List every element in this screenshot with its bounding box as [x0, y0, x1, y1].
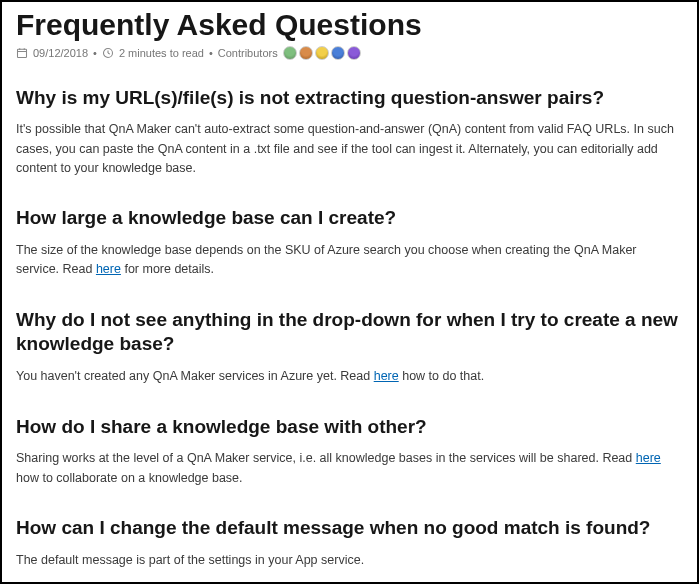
svg-rect-0 [18, 49, 27, 57]
article-date: 09/12/2018 [33, 47, 88, 59]
answer-text: Sharing works at the level of a QnA Make… [16, 451, 636, 465]
answer-text: for more details. [121, 262, 214, 276]
meta-separator: • [209, 47, 213, 59]
contributors-avatars [283, 46, 361, 60]
faq-bullet: Go to the your App service resource in t… [46, 578, 683, 584]
faq-answer: The size of the knowledge base depends o… [16, 241, 683, 280]
contributor-avatar[interactable] [283, 46, 297, 60]
contributors-label: Contributors [218, 47, 278, 59]
calendar-icon [16, 47, 28, 59]
answer-text: how to collaborate on a knowledge base. [16, 471, 243, 485]
contributor-avatar[interactable] [331, 46, 345, 60]
faq-question: Why do I not see anything in the drop-do… [16, 308, 683, 357]
answer-text: It's possible that QnA Maker can't auto-… [16, 122, 674, 175]
faq-page: Frequently Asked Questions 09/12/2018 • … [0, 0, 699, 584]
faq-answer: You haven't created any QnA Maker servic… [16, 367, 683, 386]
faq-question: Why is my URL(s)/file(s) is not extracti… [16, 86, 683, 111]
faq-answer: It's possible that QnA Maker can't auto-… [16, 120, 683, 178]
faq-answer: The default message is part of the setti… [16, 551, 683, 570]
article-meta: 09/12/2018 • 2 minutes to read • Contrib… [16, 46, 683, 60]
faq-bullet-list: Go to the your App service resource in t… [16, 578, 683, 584]
faq-answer: Sharing works at the level of a QnA Make… [16, 449, 683, 488]
clock-icon [102, 47, 114, 59]
page-title: Frequently Asked Questions [16, 6, 683, 44]
read-time: 2 minutes to read [119, 47, 204, 59]
faq-link[interactable]: here [374, 369, 399, 383]
faq-question: How can I change the default message whe… [16, 516, 683, 541]
contributor-avatar[interactable] [347, 46, 361, 60]
faq-link[interactable]: here [636, 451, 661, 465]
contributor-avatar[interactable] [315, 46, 329, 60]
meta-separator: • [93, 47, 97, 59]
svg-line-6 [108, 53, 110, 54]
answer-text: The default message is part of the setti… [16, 553, 364, 567]
contributor-avatar[interactable] [299, 46, 313, 60]
answer-text: how to do that. [399, 369, 484, 383]
answer-text: You haven't created any QnA Maker servic… [16, 369, 374, 383]
faq-question: How large a knowledge base can I create? [16, 206, 683, 231]
faq-link[interactable]: here [96, 262, 121, 276]
faq-list: Why is my URL(s)/file(s) is not extracti… [16, 86, 683, 585]
faq-question: How do I share a knowledge base with oth… [16, 415, 683, 440]
